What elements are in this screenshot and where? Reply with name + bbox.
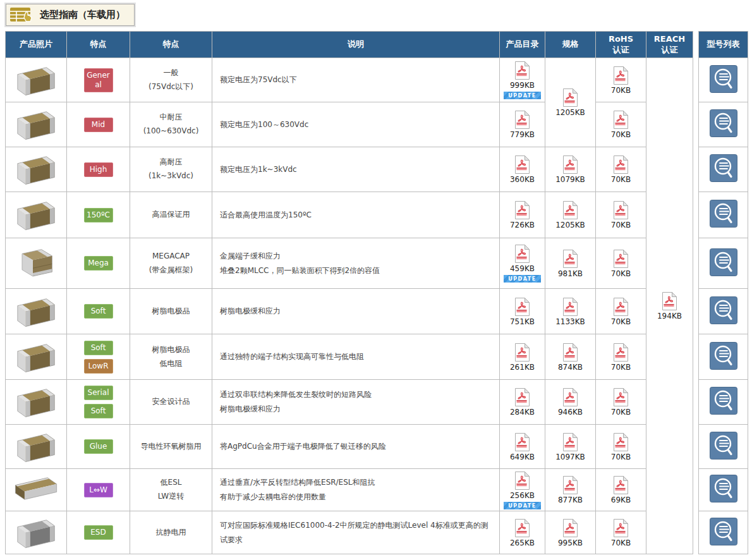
product-photo-cell (6, 102, 67, 147)
table-row: High高耐压(1k~3kVdc)额定电压为1k~3kVdc360KB1079K… (6, 147, 693, 192)
catalog-pdf-link[interactable]: 261KB (510, 343, 535, 372)
catalog-pdf-link[interactable]: 256KBUPDATE (504, 471, 541, 509)
model-list-row (699, 289, 748, 334)
catalog-pdf-link[interactable]: 360KB (510, 155, 535, 184)
page: 选型指南（车载用） 产品照片 特点 特点 说明 产品目录 规格 RoHS 认证 (0, 0, 752, 554)
product-photo-chip (9, 337, 63, 375)
model-list-link[interactable] (709, 154, 738, 183)
file-size: 1205KB (555, 221, 585, 229)
file-size: 1097KB (555, 453, 585, 461)
spec-pdf-link[interactable]: 1097KB (555, 432, 585, 461)
model-list-row (699, 469, 748, 511)
page-title-box: 选型指南（车载用） (6, 4, 135, 26)
col-header-feature: 特点 (130, 32, 212, 58)
update-badge: UPDATE (504, 92, 541, 99)
model-list-link[interactable] (709, 431, 738, 460)
feature-text-cell: 高温保证用 (130, 192, 212, 238)
spec-pdf-link[interactable]: 874KB (558, 343, 583, 372)
spec-cell: 1205KB (545, 58, 596, 147)
catalog-pdf-link[interactable]: 459KBUPDATE (504, 244, 541, 283)
model-list-link[interactable] (709, 474, 738, 503)
badge-stack: Soft (67, 304, 130, 319)
pdf-icon (612, 432, 629, 452)
rohs-pdf-link[interactable]: 70KB (611, 200, 631, 229)
spec-pdf-link[interactable]: 946KB (558, 387, 583, 417)
rohs-pdf-link[interactable]: 69KB (611, 475, 631, 504)
file-size: 70KB (611, 130, 631, 139)
model-list-row (699, 511, 748, 554)
model-list-link[interactable] (709, 64, 738, 94)
model-table-body (699, 58, 748, 554)
description-cell: 可对应国际标准规格IEC61000-4-2中所规定的静电测试Level 4标准或… (212, 511, 500, 554)
spec-pdf-link[interactable]: 877KB (558, 475, 583, 504)
pdf-icon (612, 249, 629, 269)
pdf-icon (562, 518, 579, 538)
rohs-pdf-link[interactable]: 70KB (611, 155, 631, 184)
rohs-pdf-link[interactable]: 70KB (611, 432, 631, 461)
reach-cell: 194KB (646, 58, 693, 554)
file-size: 70KB (611, 86, 631, 95)
product-photo-cell (6, 289, 67, 334)
product-photo-cell (6, 192, 67, 238)
rohs-pdf-link[interactable]: 70KB (611, 387, 631, 417)
file-size: 256KB (510, 491, 535, 500)
feature-text-cell: 低ESLLW逆转 (130, 469, 212, 511)
file-size: 70KB (611, 221, 631, 229)
feature-line: 树脂电极品 (152, 345, 190, 354)
feature-badge-cell: General (67, 58, 130, 102)
pdf-icon (514, 61, 531, 80)
spec-cell: 877KB (545, 469, 596, 511)
selection-guide-tables: 产品照片 特点 特点 说明 产品目录 规格 RoHS 认证 REACH 认证 (5, 31, 752, 554)
rohs-pdf-link[interactable]: 70KB (611, 297, 631, 326)
pdf-icon (562, 475, 579, 495)
feature-badge: L⇔W (84, 483, 113, 497)
rohs-pdf-link[interactable]: 70KB (611, 249, 631, 278)
spec-pdf-link[interactable]: 1079KB (555, 155, 585, 184)
catalog-pdf-link[interactable]: 649KB (510, 432, 535, 461)
product-photo-cell (6, 58, 67, 102)
spec-pdf-link[interactable]: 1205KB (555, 88, 585, 117)
description-cell: 通过垂直/水平反转型结构降低ESR/ESL和阻抗有助于减少去耦电容的使用数量 (212, 469, 500, 511)
model-list-link[interactable] (709, 517, 738, 546)
spec-pdf-link[interactable]: 1133KB (555, 297, 585, 326)
spec-pdf-link[interactable]: 995KB (558, 518, 583, 547)
model-list-cell (699, 469, 748, 511)
model-list-cell (699, 289, 748, 334)
file-size: 70KB (611, 539, 631, 547)
feature-text-cell: 树脂电极品 (130, 289, 212, 334)
catalog-pdf-link[interactable]: 999KBUPDATE (504, 61, 541, 99)
file-size: 360KB (510, 175, 535, 184)
catalog-cell: 284KB (500, 380, 545, 425)
spec-cell: 995KB (545, 511, 596, 554)
model-list-link[interactable] (709, 386, 738, 415)
model-list-icon (709, 64, 738, 94)
model-list-link[interactable] (709, 296, 738, 325)
catalog-pdf-link[interactable]: 751KB (510, 297, 535, 326)
spec-pdf-link[interactable]: 1205KB (555, 200, 585, 229)
description-line: 通过独特的端子结构实现高可靠性与低电阻 (220, 352, 364, 361)
spec-pdf-link[interactable]: 981KB (558, 249, 583, 278)
catalog-pdf-link[interactable]: 726KB (510, 200, 535, 229)
catalog-pdf-link[interactable]: 779KB (510, 110, 535, 139)
model-list-link[interactable] (709, 248, 738, 277)
feature-badge: Glue (84, 439, 113, 454)
col-header-description: 说明 (212, 32, 500, 58)
file-size: 1079KB (555, 175, 585, 184)
feature-line: 安全设计品 (152, 397, 190, 406)
reach-pdf-link[interactable]: 194KB (657, 291, 682, 320)
catalog-pdf-link[interactable]: 284KB (510, 387, 535, 417)
rohs-pdf-link[interactable]: 70KB (611, 518, 631, 547)
update-badge: UPDATE (504, 275, 541, 283)
spec-cell: 1097KB (545, 425, 596, 469)
product-photo-chip (9, 195, 63, 233)
catalog-pdf-link[interactable]: 265KB (510, 518, 535, 547)
description-line: 可对应国际标准规格IEC61000-4-2中所规定的静电测试Level 4标准或… (220, 521, 488, 544)
rohs-pdf-link[interactable]: 70KB (611, 343, 631, 372)
file-size: 1205KB (555, 108, 585, 117)
product-photo-cell (6, 334, 67, 380)
model-list-link[interactable] (709, 341, 738, 370)
model-list-link[interactable] (709, 109, 738, 138)
rohs-pdf-link[interactable]: 70KB (611, 66, 631, 95)
rohs-pdf-link[interactable]: 70KB (611, 110, 631, 139)
model-list-link[interactable] (709, 199, 738, 228)
